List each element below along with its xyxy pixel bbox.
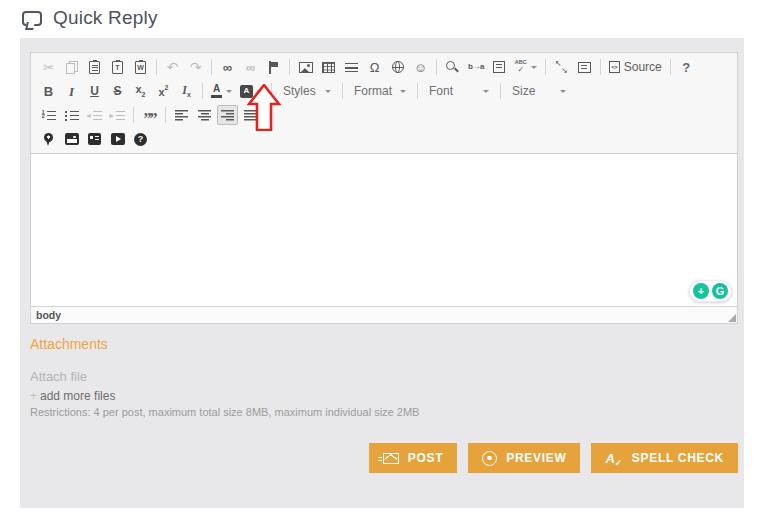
horizontal-rule-icon [345,63,358,72]
paste-icon [89,61,100,74]
quick-reply-page: Quick Reply SourceStylesFormatFontSize +… [0,0,760,516]
location-pin-button[interactable] [38,129,59,149]
source-icon [609,61,620,73]
replace-button[interactable] [465,57,487,77]
bulleted-list-icon [65,110,79,121]
block-quote-icon [144,111,156,120]
table-button[interactable] [318,57,339,77]
source-button[interactable]: Source [606,57,665,77]
align-justify-icon [244,110,257,121]
paste-button[interactable] [84,57,105,77]
strike-icon [113,85,121,97]
add-more-files-link[interactable]: +add more files [30,389,115,403]
spell-check-button[interactable]: SPELL CHECK [591,443,738,473]
bulleted-list-button[interactable] [61,105,82,125]
toolbar-row-4 [37,127,731,151]
styles-combo-button[interactable]: Styles [277,81,337,101]
plus-icon: + [30,389,37,403]
maximize-button[interactable] [551,57,572,77]
align-left-button[interactable] [171,105,192,125]
about-button[interactable] [676,57,697,77]
toolbar-divider [271,83,272,99]
attach-file-label: Attach file [30,369,87,384]
undo-button [162,57,183,77]
speech-bubble-icon [22,11,42,26]
numbered-list-button[interactable] [38,105,59,125]
chevron-down-icon [257,90,263,93]
align-center-button[interactable] [194,105,215,125]
editor-content-area[interactable]: + G [31,154,737,306]
video-embed-button[interactable] [107,129,128,149]
link-button[interactable] [217,57,238,77]
grammarly-widget: + G [689,280,732,302]
unlink-button [240,57,261,77]
editor-resize-handle[interactable] [728,314,736,322]
find-button[interactable] [442,57,463,77]
select-all-button[interactable] [489,57,510,77]
select-all-icon [493,61,505,73]
preview-button[interactable]: PREVIEW [468,443,580,473]
eye-icon [482,451,497,466]
toolbar-divider [436,59,437,75]
copy-icon [66,61,78,74]
subscript-icon [135,84,145,99]
align-center-icon [198,110,211,121]
size-combo-label: Size [512,84,535,98]
editor-toolbar: SourceStylesFormatFontSize [31,53,737,154]
horizontal-rule-button[interactable] [341,57,362,77]
styles-combo-label: Styles [283,84,316,98]
attachments-heading: Attachments [30,336,108,352]
elements-path-bar: body [31,306,737,323]
underline-button[interactable] [84,81,105,101]
special-char-icon [370,61,380,74]
text-color-button[interactable] [208,81,235,101]
grammarly-suggestions-icon[interactable]: + [693,283,709,299]
size-combo-button[interactable]: Size [506,81,572,101]
page-title: Quick Reply [53,7,158,29]
underline-icon [90,85,99,97]
superscript-button[interactable] [153,81,174,101]
anchor-flag-button[interactable] [263,57,284,77]
smiley-button[interactable] [410,57,431,77]
send-envelope-icon [383,453,399,464]
image-icon [299,62,313,73]
align-justify-button[interactable] [240,105,261,125]
image-button[interactable] [295,57,316,77]
font-combo-button[interactable]: Font [423,81,495,101]
toolbar-divider [133,107,134,123]
post-button[interactable]: POST [369,443,457,473]
spell-check-button[interactable] [512,57,540,77]
subscript-button[interactable] [130,81,151,101]
copy-button [61,57,82,77]
help-circle-button[interactable] [130,129,151,149]
format-combo-button[interactable]: Format [348,81,412,101]
show-blocks-button[interactable] [574,57,595,77]
grammarly-g-icon[interactable]: G [712,283,728,299]
strike-button[interactable] [107,81,128,101]
form-fields-button[interactable] [84,129,105,149]
block-quote-button[interactable] [139,105,160,125]
add-more-files-label: add more files [40,389,115,403]
bg-color-button[interactable] [237,81,266,101]
spellcheck-a-icon [605,451,622,466]
toolbar-divider [165,107,166,123]
location-pin-icon [44,133,53,146]
paste-word-button[interactable] [130,57,151,77]
italic-button[interactable] [61,81,82,101]
spell-check-button-label: SPELL CHECK [632,451,724,465]
photo-album-button[interactable] [61,129,82,149]
undo-icon [167,60,179,74]
remove-format-button[interactable] [176,81,197,101]
bold-button[interactable] [38,81,59,101]
superscript-icon [158,84,168,99]
path-item-body[interactable]: body [31,309,61,321]
replace-icon [468,63,484,71]
align-right-button[interactable] [217,105,238,125]
rich-text-editor: SourceStylesFormatFontSize + G body [30,52,738,324]
paste-text-button[interactable] [107,57,128,77]
special-char-button[interactable] [364,57,385,77]
toolbar-divider [545,59,546,75]
preview-button-label: PREVIEW [506,451,566,465]
iframe-globe-button[interactable] [387,57,408,77]
chevron-down-icon [483,90,489,93]
